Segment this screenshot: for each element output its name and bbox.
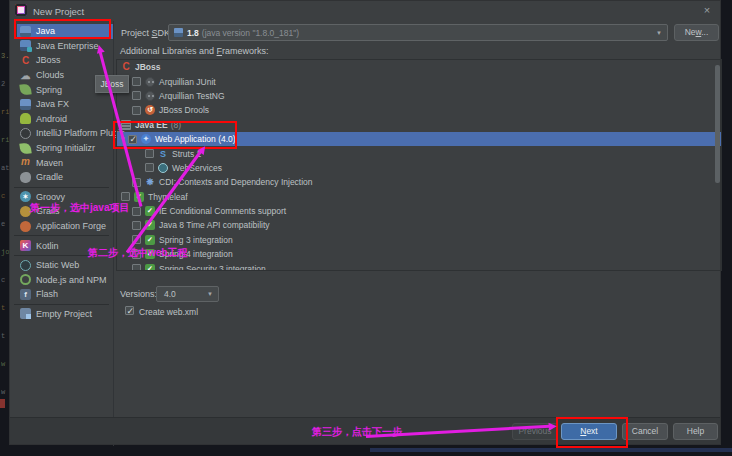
dialog-titlebar: New Project × bbox=[10, 1, 720, 21]
chevron-down-icon: ▼ bbox=[207, 291, 213, 297]
sidebar-item-label: Flash bbox=[36, 289, 58, 299]
sidebar-item-label: Node.js and NPM bbox=[36, 275, 107, 285]
background-text-fragment: e bbox=[1, 220, 5, 228]
framework-row-webservices[interactable]: WebServices bbox=[117, 161, 721, 175]
framework-label: Java 8 Time API compatibility bbox=[159, 220, 270, 230]
sidebar-item-label: Empty Project bbox=[36, 309, 92, 319]
webservices-icon bbox=[158, 163, 168, 173]
close-icon[interactable]: × bbox=[701, 4, 713, 16]
sidebar-item-label: Spring bbox=[36, 85, 62, 95]
java-sdk-icon bbox=[174, 28, 183, 37]
flash-icon bbox=[20, 289, 31, 300]
sidebar-item-android[interactable]: Android bbox=[17, 112, 113, 127]
framework-row-arquillian-testng[interactable]: Arquillian TestNG bbox=[117, 89, 721, 103]
chevron-down-icon: ▼ bbox=[656, 30, 662, 36]
android-icon bbox=[20, 113, 31, 124]
framework-label: Spring Security 3 integration bbox=[159, 264, 266, 271]
versions-label: Versions: bbox=[120, 289, 157, 299]
framework-row-arquillian-junit[interactable]: Arquillian JUnit bbox=[117, 74, 721, 88]
scrollbar-thumb[interactable] bbox=[715, 65, 720, 183]
sidebar-item-label: Clouds bbox=[36, 70, 64, 80]
annotation-text-step1: 第一步，选中java项目 bbox=[30, 201, 129, 215]
new-sdk-button[interactable]: New... bbox=[674, 24, 719, 41]
jboss-icon bbox=[20, 55, 31, 66]
framework-checkbox[interactable] bbox=[145, 149, 154, 158]
create-webxml-checkbox[interactable] bbox=[125, 306, 134, 315]
sidebar-item-label: Java Enterprise bbox=[36, 41, 99, 51]
versions-dropdown[interactable]: 4.0 ▼ bbox=[156, 286, 219, 302]
additional-libraries-label: Additional Libraries and Frameworks: bbox=[120, 46, 269, 56]
maven-icon bbox=[20, 157, 31, 168]
framework-label: Arquillian JUnit bbox=[159, 77, 216, 87]
framework-row-cdi-contexts-and-dependency-injection[interactable]: CDI: Contexts and Dependency Injection bbox=[117, 175, 721, 189]
kotlin-icon bbox=[20, 240, 31, 251]
arquillian-icon bbox=[145, 77, 155, 87]
sidebar-item-nodejs[interactable]: Node.js and NPM bbox=[17, 273, 113, 288]
framework-row-spring-3-integration[interactable]: Spring 3 integration bbox=[117, 233, 721, 247]
annotation-box-webapp bbox=[113, 121, 237, 149]
java-enterprise-icon bbox=[20, 40, 31, 51]
sidebar-item-label: Java FX bbox=[36, 99, 69, 109]
addon-icon bbox=[145, 264, 155, 271]
background-red-mark bbox=[0, 399, 5, 408]
framework-checkbox[interactable] bbox=[132, 77, 141, 86]
dialog-title: New Project bbox=[33, 6, 84, 17]
arquillian-icon bbox=[145, 91, 155, 101]
framework-row-spring-security-3-integration[interactable]: Spring Security 3 integration bbox=[117, 261, 721, 271]
help-button[interactable]: Help bbox=[673, 423, 718, 440]
sidebar-item-javafx[interactable]: Java FX bbox=[17, 97, 113, 112]
sidebar-item-flash[interactable]: Flash bbox=[17, 287, 113, 302]
sidebar-item-label: Gradle bbox=[36, 172, 63, 182]
framework-checkbox[interactable] bbox=[132, 106, 141, 115]
framework-row-thymeleaf[interactable]: Thymeleaf bbox=[117, 190, 721, 204]
sidebar-item-application-forge[interactable]: Application Forge bbox=[17, 219, 113, 234]
framework-checkbox[interactable] bbox=[132, 207, 141, 216]
sidebar-item-label: Android bbox=[36, 114, 67, 124]
static-web-icon bbox=[20, 260, 31, 271]
framework-checkbox[interactable] bbox=[132, 91, 141, 100]
project-sdk-label: Project SDK: bbox=[121, 28, 173, 38]
project-sdk-dropdown[interactable]: 1.8 (java version "1.8.0_181") ▼ bbox=[168, 24, 668, 41]
framework-row-jboss[interactable]: JBoss bbox=[117, 60, 721, 74]
sdk-version: 1.8 bbox=[187, 28, 199, 38]
framework-label: Arquillian TestNG bbox=[159, 91, 225, 101]
sidebar-item-static-web[interactable]: Static Web bbox=[17, 258, 113, 273]
background-text-fragment: t bbox=[1, 304, 5, 312]
framework-checkbox[interactable] bbox=[145, 163, 154, 172]
sidebar-item-empty-project[interactable]: Empty Project bbox=[17, 307, 113, 322]
frameworks-list: JBossArquillian JUnitArquillian TestNGJB… bbox=[116, 59, 722, 271]
framework-checkbox[interactable] bbox=[132, 221, 141, 230]
cancel-button[interactable]: Cancel bbox=[622, 423, 668, 440]
application-forge-icon bbox=[20, 221, 31, 232]
sidebar-item-label: Application Forge bbox=[36, 221, 106, 231]
sidebar-item-spring-initializr[interactable]: Spring Initializr bbox=[17, 141, 113, 156]
sidebar-separator bbox=[14, 187, 109, 188]
framework-label: JBoss Drools bbox=[159, 105, 209, 115]
intellij-plugin-icon bbox=[20, 128, 31, 139]
sidebar-item-maven[interactable]: Maven bbox=[17, 155, 113, 170]
screenshot-stage: 3.2ririatcejocttww New Project × JavaJav… bbox=[0, 0, 732, 456]
framework-row-java-8-time-api-compatibility[interactable]: Java 8 Time API compatibility bbox=[117, 218, 721, 232]
framework-checkbox[interactable] bbox=[121, 192, 130, 201]
framework-row-spring-4-integration[interactable]: Spring 4 integration bbox=[117, 247, 721, 261]
sidebar-item-gradle[interactable]: Gradle bbox=[17, 170, 113, 185]
framework-checkbox[interactable] bbox=[132, 264, 141, 271]
nodejs-icon bbox=[20, 274, 31, 285]
addon-icon bbox=[145, 235, 155, 245]
spring-icon bbox=[19, 83, 31, 95]
spring-initializr-icon bbox=[19, 142, 31, 154]
annotation-box-next bbox=[556, 417, 628, 448]
framework-row-jboss-drools[interactable]: JBoss Drools bbox=[117, 103, 721, 117]
background-text-fragment: c bbox=[1, 276, 5, 284]
sidebar-separator bbox=[14, 304, 109, 305]
sidebar-separator bbox=[14, 235, 109, 236]
framework-row-ie-conditional-comments-support[interactable]: IE Conditional Comments support bbox=[117, 204, 721, 218]
framework-label: JBoss bbox=[135, 62, 161, 72]
sidebar-item-label: Spring Initializr bbox=[36, 143, 95, 153]
framework-label: IE Conditional Comments support bbox=[159, 206, 286, 216]
sidebar-item-intellij-plugin[interactable]: IntelliJ Platform Plugin bbox=[17, 126, 113, 141]
sidebar-item-label: Maven bbox=[36, 158, 63, 168]
jboss-icon bbox=[121, 62, 131, 72]
background-text-fragment: w bbox=[1, 388, 5, 396]
sdk-version-detail: (java version "1.8.0_181") bbox=[202, 28, 299, 38]
